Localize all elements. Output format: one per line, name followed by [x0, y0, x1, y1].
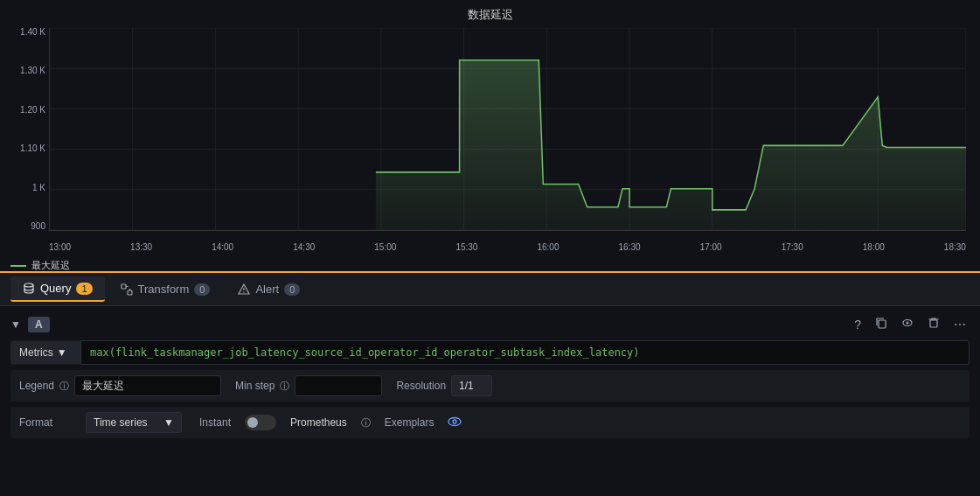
query-letter-label: A [28, 317, 50, 332]
tab-transform-label: Transform [138, 283, 190, 296]
y-label-1: 1.40 K [20, 28, 45, 37]
svg-point-29 [453, 420, 456, 423]
chart-legend: 最大延迟 [10, 255, 970, 272]
min-step-input[interactable] [295, 375, 382, 396]
toggle-slider [245, 415, 276, 430]
legend-info-icon[interactable]: ⓘ [59, 380, 69, 393]
format-select-dropdown[interactable]: Time series ▼ [86, 412, 182, 433]
legend-input[interactable] [74, 375, 221, 396]
exemplars-label: Exemplars [385, 416, 434, 429]
min-step-item: Min step ⓘ [235, 375, 382, 396]
resolution-select[interactable]: 1/1 1/2 1/3 [451, 375, 492, 396]
metrics-dropdown[interactable]: Metrics ▼ [10, 341, 80, 364]
tab-transform-badge: 0 [194, 283, 210, 296]
legend-line [10, 265, 26, 267]
instant-toggle[interactable] [245, 415, 276, 430]
x-label-1530: 15:30 [455, 242, 477, 252]
metrics-row: Metrics ▼ [10, 340, 970, 365]
y-axis-labels: 1.40 K 1.30 K 1.20 K 1.10 K 1 K 900 [10, 28, 45, 231]
y-label-3: 1.20 K [20, 106, 45, 115]
transform-icon [121, 283, 133, 296]
tab-alert-label: Alert [255, 283, 279, 296]
x-label-1330: 13:30 [130, 242, 152, 252]
chart-title: 数据延迟 [10, 7, 970, 23]
query-input[interactable] [80, 340, 970, 365]
query-panel: ▼ A ? [0, 306, 980, 496]
min-step-info-icon[interactable]: ⓘ [280, 380, 289, 393]
tab-alert[interactable]: Alert 0 [226, 277, 312, 301]
svg-rect-23 [879, 320, 886, 328]
x-label-1430: 14:30 [293, 242, 315, 252]
svg-rect-26 [930, 320, 937, 327]
x-label-1500: 15:00 [374, 242, 396, 252]
main-container: 数据延迟 1.40 K 1.30 K 1.20 K 1.10 K 1 K 900 [0, 0, 980, 496]
x-label-1600: 16:00 [537, 242, 559, 252]
alert-icon [238, 283, 250, 296]
eye-toggle-btn[interactable] [898, 315, 917, 333]
x-label-1700: 17:00 [700, 242, 722, 252]
svg-rect-20 [128, 290, 132, 295]
format-label: Format [19, 416, 72, 429]
help-icon-btn[interactable]: ? [851, 316, 865, 333]
visibility-icon [901, 317, 914, 329]
svg-point-18 [24, 283, 33, 287]
format-chevron-icon: ▼ [163, 416, 174, 429]
format-value: Time series [94, 416, 148, 429]
x-label-1830: 18:30 [944, 242, 966, 252]
tabs-area: Query 1 Transform 0 Alert 0 [0, 271, 980, 306]
legend-item: Legend ⓘ [19, 375, 221, 396]
database-icon [23, 283, 35, 295]
legend-label: 最大延迟 [31, 259, 70, 272]
y-label-5: 1 K [32, 184, 45, 192]
exemplars-eye-icon[interactable] [448, 416, 462, 430]
x-label-1630: 16:30 [619, 242, 641, 252]
datasource-label: Prometheus [290, 416, 347, 429]
resolution-label: Resolution [396, 380, 446, 392]
format-row: Format Time series ▼ Instant Prometheus … [10, 407, 970, 438]
datasource-info-icon[interactable]: ⓘ [361, 416, 371, 430]
chart-wrapper: 1.40 K 1.30 K 1.20 K 1.10 K 1 K 900 [49, 28, 966, 255]
min-step-label: Min step [235, 380, 275, 392]
y-label-6: 900 [31, 222, 45, 231]
x-label-1300: 13:00 [49, 242, 71, 252]
y-label-2: 1.30 K [20, 66, 45, 75]
copy-icon-btn[interactable] [872, 315, 891, 333]
svg-rect-19 [122, 284, 126, 289]
legend-option-label: Legend [19, 380, 54, 392]
tab-query-badge: 1 [76, 283, 92, 295]
x-label-1730: 17:30 [782, 242, 803, 252]
copy-icon [875, 317, 887, 329]
tab-query[interactable]: Query 1 [10, 276, 105, 302]
y-label-4: 1.10 K [20, 144, 45, 153]
options-row: Legend ⓘ Min step ⓘ Resolution 1/1 1/2 1… [10, 370, 970, 402]
x-label-1800: 18:00 [863, 242, 885, 252]
eye-icon-svg [448, 416, 462, 427]
more-icon-btn[interactable]: ⋯ [950, 316, 970, 333]
chart-svg [50, 28, 966, 230]
x-axis-labels: 13:00 13:30 14:00 14:30 15:00 15:30 16:0… [49, 238, 966, 255]
x-label-1400: 14:00 [212, 242, 233, 252]
tab-alert-badge: 0 [284, 283, 300, 296]
svg-point-25 [907, 322, 909, 325]
tab-query-label: Query [40, 282, 71, 295]
instant-label: Instant [199, 416, 231, 429]
query-row-header: ▼ A ? [10, 311, 970, 337]
collapse-icon[interactable]: ▼ [10, 318, 21, 331]
chart-inner [49, 28, 966, 231]
svg-point-28 [448, 418, 461, 426]
resolution-item: Resolution 1/1 1/2 1/3 [396, 375, 492, 396]
chart-area: 数据延迟 1.40 K 1.30 K 1.20 K 1.10 K 1 K 900 [0, 0, 980, 271]
metrics-label-text: Metrics [19, 346, 53, 359]
query-actions: ? [851, 315, 970, 333]
delete-icon-btn[interactable] [924, 315, 943, 333]
trash-icon [928, 317, 940, 329]
tab-transform[interactable]: Transform 0 [108, 277, 223, 301]
metrics-chevron-icon: ▼ [57, 346, 67, 359]
svg-point-22 [244, 291, 245, 292]
